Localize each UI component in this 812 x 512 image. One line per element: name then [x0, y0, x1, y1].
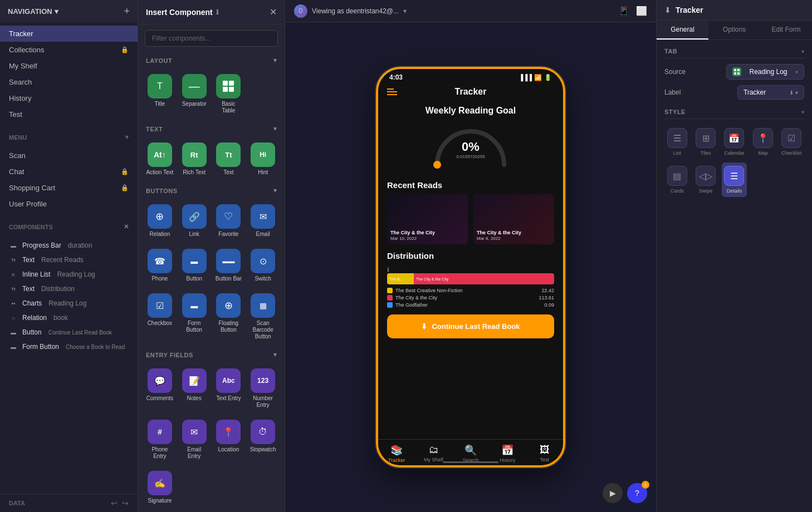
comp-link[interactable]: 🔗 Link — [178, 200, 211, 242]
tab-options[interactable]: Options — [708, 21, 760, 40]
continue-last-read-button[interactable]: ⬇ Continue Last Read Book — [387, 314, 554, 338]
phone-view-button[interactable]: 📱 — [618, 6, 629, 16]
sidebar-item-tracker[interactable]: Tracker — [0, 26, 138, 42]
comp-signature[interactable]: ✍ Signature — [144, 466, 176, 509]
comp-notes[interactable]: 📝 Notes — [178, 364, 211, 413]
sidebar-item-shopping-cart[interactable]: Shopping Cart 🔒 — [0, 180, 138, 196]
style-map[interactable]: 📍 Map — [750, 125, 775, 159]
comp-phone[interactable]: ☎ Phone — [144, 244, 176, 287]
component-search-input[interactable] — [145, 30, 278, 47]
component-button-continue[interactable]: ▬ ButtonContinue Last Read Book — [0, 325, 138, 339]
dist-dot-1 — [387, 288, 393, 293]
comp-scan-barcode[interactable]: ▦ Scan Barcode Button — [247, 289, 279, 344]
email-icon: ✉ — [251, 204, 275, 229]
sidebar-item-search[interactable]: Search — [0, 74, 138, 90]
comp-button-bar[interactable]: ▬▬ Button Bar — [213, 244, 245, 287]
phone-time: 4:03 — [389, 73, 403, 81]
comp-comments[interactable]: 💬 Comments — [144, 364, 176, 413]
section-entry-header[interactable]: ENTRY FIELDS▾ — [138, 347, 285, 362]
gauge-container: 0% 0.0155720255 — [426, 120, 515, 170]
comp-floating-button[interactable]: ⊕ Floating Button — [213, 289, 245, 344]
phone-nav-search[interactable]: 🔍 Search — [452, 444, 489, 463]
source-dropdown[interactable]: Reading Log ▾ — [726, 64, 804, 80]
comp-number-entry[interactable]: 123 Number Entry — [247, 364, 279, 413]
dist-val-2: 113.61 — [539, 295, 554, 301]
style-calendar[interactable]: 📅 Calendar — [722, 125, 747, 159]
phone-nav-my-shelf[interactable]: 🗂 My Shelf — [415, 444, 452, 463]
label-input[interactable]: Tracker ⬇ ▾ — [737, 85, 804, 100]
label-field-label: Label — [664, 88, 681, 96]
section-buttons-header[interactable]: BUTTONS▾ — [138, 183, 285, 198]
viewing-controls: 📱 ⬜ — [618, 6, 647, 16]
comp-text[interactable]: Tt Text — [213, 138, 245, 180]
comp-switch[interactable]: ⊙ Switch — [247, 244, 279, 287]
phone-nav-history[interactable]: 📅 History — [489, 444, 526, 463]
comp-location[interactable]: 📍 Location — [213, 415, 245, 464]
bottom-bar: DATA ↩ ↪ — [0, 494, 138, 512]
sidebar-item-scan[interactable]: Scan — [0, 147, 138, 164]
comp-relation[interactable]: ⊕ Relation — [144, 200, 176, 242]
history-nav-label: History — [500, 457, 515, 463]
comp-checkbox[interactable]: ☑ Checkbox — [144, 289, 176, 344]
viewing-chevron[interactable]: ▾ — [403, 7, 407, 15]
tab-edit-form[interactable]: Edit Form — [760, 21, 812, 40]
comp-hint[interactable]: Hi Hint — [247, 138, 279, 180]
style-details[interactable]: ☰ Details — [722, 163, 747, 197]
section-text-header[interactable]: TEXT▾ — [138, 121, 285, 136]
insert-header: Insert Component ℹ ✕ — [138, 0, 285, 24]
comp-rich-text[interactable]: Rt Rich Text — [178, 138, 211, 180]
favorite-icon: ♡ — [216, 204, 241, 229]
help-button[interactable]: ? 3 — [627, 483, 647, 503]
svg-rect-7 — [734, 72, 736, 75]
myshelf-nav-icon: 🗂 — [429, 444, 439, 456]
comp-favorite[interactable]: ♡ Favorite — [213, 200, 245, 242]
book-card-1[interactable]: The City & the City Mar 10, 2022 — [387, 194, 468, 244]
comp-title[interactable]: T Title — [144, 70, 176, 119]
comp-action-text[interactable]: At↑ Action Text — [144, 138, 176, 180]
undo-button[interactable]: ↩ — [111, 499, 118, 508]
redo-button[interactable]: ↪ — [122, 499, 129, 508]
sidebar-item-user-profile[interactable]: User Profile — [0, 196, 138, 212]
tablet-view-button[interactable]: ⬜ — [636, 6, 647, 16]
comp-email-entry[interactable]: ✉ Email Entry — [178, 415, 211, 464]
section-layout-header[interactable]: LAYOUT▾ — [138, 52, 285, 67]
component-form-button[interactable]: ▬ Form ButtonChoose a Book to Read — [0, 339, 138, 354]
style-checklist[interactable]: ☑ Checklist — [779, 125, 804, 159]
component-text-distribution[interactable]: Tt TextDistribution — [0, 282, 138, 296]
insert-close-button[interactable]: ✕ — [270, 7, 277, 17]
hamburger-menu[interactable] — [387, 88, 397, 95]
comp-button[interactable]: ▬ Button — [178, 244, 211, 287]
phone-nav-test[interactable]: 🖼 Test — [526, 444, 563, 463]
phone-nav-tracker[interactable]: 📚 Tracker — [378, 444, 415, 463]
sidebar-item-history[interactable]: History — [0, 90, 138, 106]
style-tiles[interactable]: ⊞ Tiles — [693, 125, 718, 159]
comp-form-button[interactable]: ▬ Form Button — [178, 289, 211, 344]
sidebar-item-collections[interactable]: Collections 🔒 — [0, 42, 138, 58]
comp-stopwatch[interactable]: ⏱ Stopwatch — [247, 415, 279, 464]
comp-separator[interactable]: — Separator — [178, 70, 211, 119]
component-inline-list[interactable]: ≡ Inline ListReading Log — [0, 267, 138, 282]
style-list[interactable]: ☰ List — [664, 125, 689, 159]
status-bar: 4:03 ▐▐▐ 📶 🔋 — [378, 69, 563, 83]
component-text-recent[interactable]: Tt TextRecent Reads — [0, 253, 138, 267]
nav-add-button[interactable]: + — [124, 6, 130, 17]
comp-text-entry[interactable]: Abc Text Entry — [213, 364, 245, 413]
style-swipe[interactable]: ◁▷ Swipe — [693, 163, 718, 197]
component-charts-reading-log[interactable]: •• ChartsReading Log — [0, 296, 138, 311]
sidebar-item-my-shelf[interactable]: My Shelf — [0, 58, 138, 74]
comp-basic-table[interactable]: Basic Table — [213, 70, 245, 119]
tab-general[interactable]: General — [657, 21, 708, 40]
sidebar-item-test[interactable]: Test — [0, 106, 138, 122]
gauge-sub-value: 0.0155720255 — [456, 154, 485, 159]
sidebar-item-chat[interactable]: Chat 🔒 — [0, 164, 138, 180]
book-card-2[interactable]: The City & the City Mar 8, 2022 — [473, 194, 554, 244]
dist-label-3: The Godfather — [387, 302, 544, 308]
comp-email[interactable]: ✉ Email — [247, 200, 279, 242]
play-button[interactable]: ▶ — [603, 483, 623, 503]
style-cards[interactable]: ▤ Cards — [664, 163, 689, 197]
component-relation-book[interactable]: ○ Relationbook — [0, 311, 138, 325]
component-progress-bar[interactable]: ▬ Progress Barduration — [0, 238, 138, 253]
inline-list-icon: ≡ — [9, 270, 18, 279]
comp-phone-entry[interactable]: # Phone Entry — [144, 415, 176, 464]
components-close-icon[interactable]: ✕ — [124, 223, 129, 230]
